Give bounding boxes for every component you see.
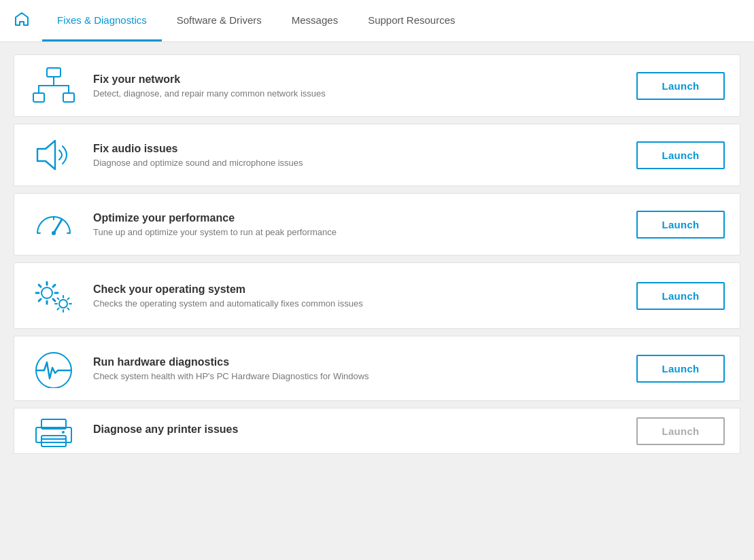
launch-hardware-button[interactable]: Launch xyxy=(636,355,725,383)
card-optimize-desc: Tune up and optimize your system to run … xyxy=(93,227,621,237)
card-fix-network-desc: Detect, diagnose, and repair many common… xyxy=(93,88,621,99)
svg-point-14 xyxy=(41,287,52,298)
card-printer-issues: Diagnose any printer issues Launch xyxy=(14,408,740,454)
svg-rect-1 xyxy=(33,93,44,102)
card-printer-text: Diagnose any printer issues xyxy=(93,423,621,438)
svg-rect-0 xyxy=(47,68,61,77)
card-fix-audio-desc: Diagnose and optimize sound and micropho… xyxy=(93,158,621,168)
nav-bar: Fixes & Diagnostics Software & Drivers M… xyxy=(0,0,754,42)
card-optimize-performance: Optimize your performance Tune up and op… xyxy=(14,193,740,256)
tab-support-resources[interactable]: Support Resources xyxy=(353,0,470,41)
card-fix-network-title: Fix your network xyxy=(93,73,621,86)
card-fix-audio-text: Fix audio issues Diagnose and optimize s… xyxy=(93,143,621,168)
tab-fixes-diagnostics[interactable]: Fixes & Diagnostics xyxy=(42,0,162,41)
nav-tabs: Fixes & Diagnostics Software & Drivers M… xyxy=(42,0,470,41)
home-icon[interactable] xyxy=(14,11,30,31)
svg-point-10 xyxy=(52,231,56,235)
os-icon xyxy=(29,275,78,316)
card-hardware-diagnostics: Run hardware diagnostics Check system he… xyxy=(14,336,740,401)
card-fix-network: Fix your network Detect, diagnose, and r… xyxy=(14,54,740,117)
svg-line-9 xyxy=(54,220,62,233)
card-check-os-title: Check your operating system xyxy=(93,283,621,296)
content-area: Fix your network Detect, diagnose, and r… xyxy=(0,42,754,466)
tab-software-drivers[interactable]: Software & Drivers xyxy=(162,0,277,41)
hardware-diagnostics-icon xyxy=(29,349,78,388)
launch-fix-network-button[interactable]: Launch xyxy=(636,72,725,100)
card-printer-title: Diagnose any printer issues xyxy=(93,423,621,436)
card-optimize-title: Optimize your performance xyxy=(93,212,621,224)
launch-check-os-button[interactable]: Launch xyxy=(636,282,725,310)
svg-marker-8 xyxy=(37,141,55,169)
card-fix-network-text: Fix your network Detect, diagnose, and r… xyxy=(93,73,621,99)
launch-optimize-button[interactable]: Launch xyxy=(636,211,725,239)
card-check-os-desc: Checks the operating system and automati… xyxy=(93,298,621,309)
tab-messages[interactable]: Messages xyxy=(277,0,353,41)
launch-fix-audio-button[interactable]: Launch xyxy=(636,141,725,169)
launch-printer-button[interactable]: Launch xyxy=(636,417,725,445)
card-hardware-desc: Check system health with HP's PC Hardwar… xyxy=(93,371,621,381)
card-check-os: Check your operating system Checks the o… xyxy=(14,262,740,329)
svg-point-22 xyxy=(62,431,65,434)
svg-rect-19 xyxy=(41,436,66,447)
card-fix-audio-title: Fix audio issues xyxy=(93,143,621,155)
audio-icon xyxy=(29,137,78,173)
card-optimize-text: Optimize your performance Tune up and op… xyxy=(93,212,621,237)
card-check-os-text: Check your operating system Checks the o… xyxy=(93,283,621,309)
performance-icon xyxy=(29,206,78,243)
printer-icon xyxy=(29,413,78,449)
svg-rect-3 xyxy=(63,93,74,102)
card-fix-audio: Fix audio issues Diagnose and optimize s… xyxy=(14,124,740,186)
card-hardware-text: Run hardware diagnostics Check system he… xyxy=(93,356,621,381)
svg-point-15 xyxy=(59,300,67,308)
card-hardware-title: Run hardware diagnostics xyxy=(93,356,621,368)
network-icon xyxy=(29,67,78,104)
